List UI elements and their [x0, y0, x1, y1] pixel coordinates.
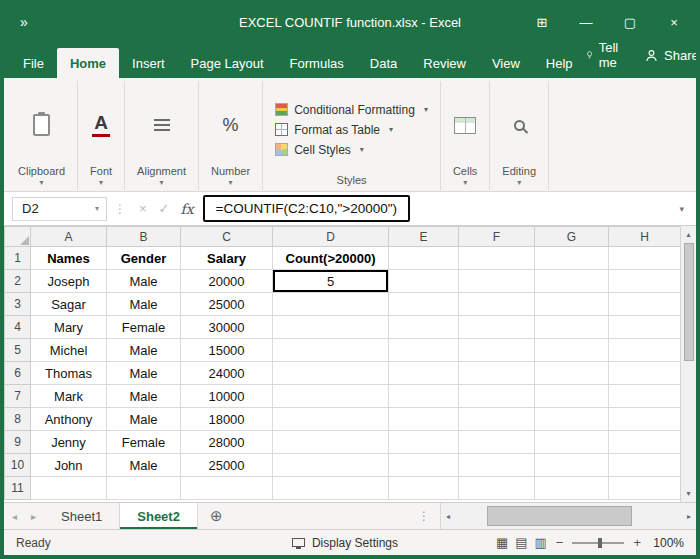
column-header-B[interactable]: B: [107, 227, 181, 247]
cell-H9[interactable]: [609, 431, 681, 454]
row-header-9[interactable]: 9: [5, 431, 31, 454]
enter-button[interactable]: ✓: [153, 201, 176, 216]
cell-D11[interactable]: [273, 477, 389, 500]
tab-view[interactable]: View: [479, 48, 533, 78]
row-header-7[interactable]: 7: [5, 385, 31, 408]
cell-H11[interactable]: [609, 477, 681, 500]
cell-B3[interactable]: Male: [107, 293, 181, 316]
cell-C11[interactable]: [181, 477, 273, 500]
cell-G2[interactable]: [535, 270, 609, 293]
cell-F9[interactable]: [459, 431, 535, 454]
horizontal-scrollbar[interactable]: ◂ ▸: [440, 503, 696, 529]
cell-H5[interactable]: [609, 339, 681, 362]
cell-C4[interactable]: 30000: [181, 316, 273, 339]
cell-F5[interactable]: [459, 339, 535, 362]
cell-G3[interactable]: [535, 293, 609, 316]
cell-A5[interactable]: Michel: [31, 339, 107, 362]
cell-A6[interactable]: Thomas: [31, 362, 107, 385]
cell-H7[interactable]: [609, 385, 681, 408]
format-as-table-button[interactable]: Format as Table ▾: [275, 123, 393, 137]
cell-C2[interactable]: 20000: [181, 270, 273, 293]
scroll-left-icon[interactable]: ◂: [441, 512, 455, 521]
scroll-up-icon[interactable]: ▴: [686, 226, 690, 243]
column-header-D[interactable]: D: [273, 227, 389, 247]
cell-D2[interactable]: 5: [273, 270, 389, 293]
vertical-scroll-thumb[interactable]: [684, 243, 694, 361]
name-box[interactable]: D2 ▾: [12, 197, 107, 221]
cell-F1[interactable]: [459, 247, 535, 270]
tab-formulas[interactable]: Formulas: [277, 48, 357, 78]
ribbon-display-options-icon[interactable]: ⊞: [520, 4, 564, 40]
cell-F11[interactable]: [459, 477, 535, 500]
cell-B9[interactable]: Female: [107, 431, 181, 454]
column-header-A[interactable]: A: [31, 227, 107, 247]
cell-C10[interactable]: 25000: [181, 454, 273, 477]
page-layout-view-icon[interactable]: ▤: [515, 535, 527, 550]
row-header-2[interactable]: 2: [5, 270, 31, 293]
column-header-E[interactable]: E: [389, 227, 459, 247]
cell-B8[interactable]: Male: [107, 408, 181, 431]
cell-E3[interactable]: [389, 293, 459, 316]
cell-D3[interactable]: [273, 293, 389, 316]
formula-input[interactable]: =COUNTIF(C2:C10,">20000"): [203, 195, 410, 222]
cell-G4[interactable]: [535, 316, 609, 339]
cells-icon[interactable]: [454, 117, 476, 134]
cell-C7[interactable]: 10000: [181, 385, 273, 408]
chevron-down-icon[interactable]: ▾: [40, 178, 44, 187]
cancel-button[interactable]: ×: [133, 201, 153, 216]
cell-F3[interactable]: [459, 293, 535, 316]
cell-E6[interactable]: [389, 362, 459, 385]
zoom-out-button[interactable]: −: [556, 535, 564, 550]
cell-H8[interactable]: [609, 408, 681, 431]
cell-B1[interactable]: Gender: [107, 247, 181, 270]
cell-D1[interactable]: Count(>20000): [273, 247, 389, 270]
cell-C3[interactable]: 25000: [181, 293, 273, 316]
cell-A8[interactable]: Anthony: [31, 408, 107, 431]
cell-D4[interactable]: [273, 316, 389, 339]
cell-C9[interactable]: 28000: [181, 431, 273, 454]
row-header-3[interactable]: 3: [5, 293, 31, 316]
cell-D8[interactable]: [273, 408, 389, 431]
cell-C6[interactable]: 24000: [181, 362, 273, 385]
row-header-1[interactable]: 1: [5, 247, 31, 270]
column-header-G[interactable]: G: [535, 227, 609, 247]
close-button[interactable]: ×: [652, 4, 696, 40]
tab-data[interactable]: Data: [357, 48, 410, 78]
cell-A7[interactable]: Mark: [31, 385, 107, 408]
row-header-5[interactable]: 5: [5, 339, 31, 362]
cell-E2[interactable]: [389, 270, 459, 293]
cell-C8[interactable]: 18000: [181, 408, 273, 431]
cell-G5[interactable]: [535, 339, 609, 362]
page-break-view-icon[interactable]: ▥: [535, 535, 547, 550]
cell-F10[interactable]: [459, 454, 535, 477]
cell-B4[interactable]: Female: [107, 316, 181, 339]
clipboard-icon[interactable]: [33, 114, 50, 136]
tab-sheet2[interactable]: Sheet2: [120, 503, 198, 529]
cell-B6[interactable]: Male: [107, 362, 181, 385]
cell-D6[interactable]: [273, 362, 389, 385]
zoom-level[interactable]: 100%: [650, 536, 684, 550]
scroll-down-icon[interactable]: ▾: [686, 485, 690, 502]
cell-E9[interactable]: [389, 431, 459, 454]
tab-page-layout[interactable]: Page Layout: [178, 48, 277, 78]
cell-A2[interactable]: Joseph: [31, 270, 107, 293]
cell-H1[interactable]: [609, 247, 681, 270]
formula-input-area[interactable]: =COUNTIF(C2:C10,">20000") ▾: [203, 192, 692, 225]
tell-me-button[interactable]: Tell me: [586, 40, 624, 70]
row-header-11[interactable]: 11: [5, 477, 31, 500]
cell-A1[interactable]: Names: [31, 247, 107, 270]
cell-A4[interactable]: Mary: [31, 316, 107, 339]
share-button[interactable]: Share: [645, 48, 699, 63]
column-header-H[interactable]: H: [609, 227, 681, 247]
scroll-right-icon[interactable]: ▸: [682, 512, 696, 521]
tab-insert[interactable]: Insert: [119, 48, 178, 78]
quick-access-icon[interactable]: »: [20, 14, 28, 30]
cell-B5[interactable]: Male: [107, 339, 181, 362]
minimize-button[interactable]: —: [564, 4, 608, 40]
cell-B11[interactable]: [107, 477, 181, 500]
cell-G6[interactable]: [535, 362, 609, 385]
cell-A10[interactable]: John: [31, 454, 107, 477]
tab-review[interactable]: Review: [410, 48, 479, 78]
normal-view-icon[interactable]: ▦: [496, 535, 508, 550]
cell-G1[interactable]: [535, 247, 609, 270]
